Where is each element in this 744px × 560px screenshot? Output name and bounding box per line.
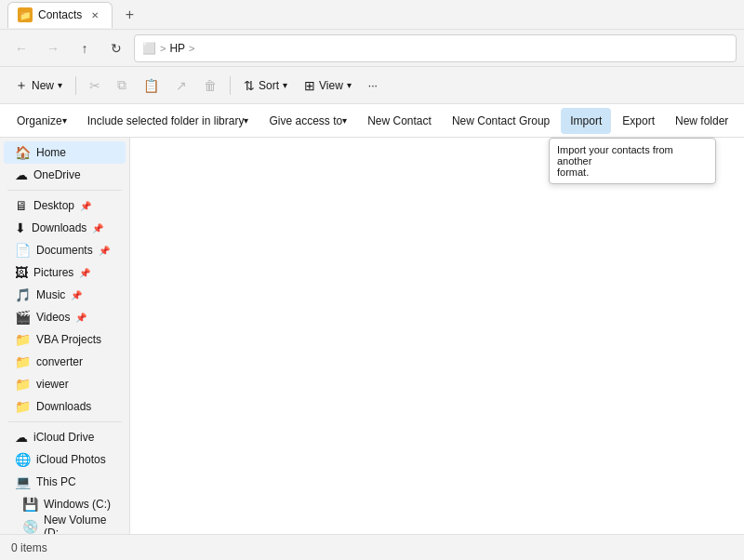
icloud-drive-icon: ☁ (15, 430, 28, 445)
give-access-button[interactable]: Give access to (259, 108, 356, 134)
up-button[interactable]: ↑ (71, 34, 99, 62)
delete-button[interactable]: 🗑 (196, 73, 224, 99)
sidebar-item-videos[interactable]: 🎬 Videos 📌 (4, 306, 126, 328)
export-label: Export (622, 114, 655, 127)
onedrive-icon: ☁ (15, 167, 28, 182)
toolbar: ＋ New ▾ ✂ ⧉ 📋 ↗ 🗑 ⇅ Sort ▾ ⊞ View ▾ ··· (0, 67, 744, 104)
paste-button[interactable]: 📋 (136, 73, 166, 99)
cut-icon: ✂ (89, 78, 100, 93)
organize-button[interactable]: Organize (7, 108, 76, 134)
paste-icon: 📋 (143, 78, 159, 93)
sidebar-item-new-volume-d[interactable]: 💿 New Volume (D: (4, 515, 126, 534)
new-contact-group-button[interactable]: New Contact Group (443, 108, 559, 134)
status-bar: 0 items (0, 534, 744, 560)
this-pc-icon: 💻 (15, 474, 31, 489)
new-folder-button[interactable]: New folder (666, 108, 737, 134)
sidebar-divider-2 (7, 421, 122, 422)
sidebar-item-icloud-photos[interactable]: 🌐 iCloud Photos (4, 448, 126, 471)
sidebar-item-pictures[interactable]: 🖼 Pictures 📌 (4, 261, 126, 284)
contacts-tab[interactable]: 📁 Contacts ✕ (7, 2, 113, 28)
address-sep-1: > (160, 43, 166, 54)
tab-title: Contacts (38, 8, 82, 21)
import-label: Import (570, 114, 602, 127)
sidebar-item-windows-c[interactable]: 💾 Windows (C:) (4, 493, 126, 515)
view-button[interactable]: ⊞ View ▾ (297, 73, 359, 99)
back-button[interactable]: ← (7, 34, 35, 62)
view-arrow: ▾ (347, 80, 352, 90)
new-tab-button[interactable]: + (116, 2, 142, 28)
sidebar-item-home[interactable]: 🏠 Home (4, 141, 126, 164)
import-tooltip: Import your contacts from another format… (549, 138, 716, 184)
pin-icon-music: 📌 (71, 290, 82, 300)
cut-button[interactable]: ✂ (82, 73, 108, 99)
sidebar-item-documents[interactable]: 📄 Documents 📌 (4, 239, 126, 261)
view-label: View (319, 79, 343, 92)
new-arrow: ▾ (58, 80, 62, 90)
desktop-icon: 🖥 (15, 198, 28, 213)
sidebar-home-label: Home (36, 146, 66, 159)
sort-button[interactable]: ⇅ Sort ▾ (236, 73, 295, 99)
tab-close-button[interactable]: ✕ (87, 7, 102, 22)
pictures-icon: 🖼 (15, 265, 28, 280)
sidebar-item-vba[interactable]: 📁 VBA Projects (4, 328, 126, 351)
tooltip-line1: Import your contacts from another (557, 144, 673, 167)
pin-icon-desktop: 📌 (80, 201, 91, 211)
sidebar-item-converter[interactable]: 📁 converter (4, 351, 126, 373)
downloads-icon: ⬇ (15, 220, 26, 235)
sidebar-onedrive-label: OneDrive (33, 168, 81, 181)
sidebar-icloud-drive-label: iCloud Drive (33, 431, 94, 444)
new-contact-button[interactable]: New Contact (358, 108, 441, 134)
organize-label: Organize (17, 114, 62, 127)
new-contact-label: New Contact (367, 114, 432, 127)
sidebar-item-downloads[interactable]: ⬇ Downloads 📌 (4, 217, 126, 239)
sidebar-item-icloud-drive[interactable]: ☁ iCloud Drive (4, 426, 126, 448)
icloud-photos-icon: 🌐 (15, 452, 31, 467)
export-button[interactable]: Export (613, 108, 664, 134)
sidebar-this-pc-label: This PC (36, 475, 76, 488)
view-icon: ⊞ (304, 78, 315, 93)
sidebar-pictures-label: Pictures (33, 266, 73, 279)
include-folder-label: Include selected folder in library (87, 114, 245, 127)
main-area: 🏠 Home ☁ OneDrive 🖥 Desktop 📌 ⬇ Download… (0, 138, 744, 534)
more-button[interactable]: ··· (361, 73, 385, 99)
sidebar-divider-1 (7, 190, 122, 191)
sidebar-documents-label: Documents (36, 244, 93, 257)
ribbon: Organize Include selected folder in libr… (0, 104, 744, 138)
sidebar-item-desktop[interactable]: 🖥 Desktop 📌 (4, 194, 126, 217)
sidebar-item-this-pc[interactable]: 💻 This PC (4, 471, 126, 493)
tooltip-line2: format. (557, 167, 589, 178)
refresh-button[interactable]: ↻ (102, 34, 130, 62)
home-icon: 🏠 (15, 145, 31, 160)
tab-folder-icon: 📁 (18, 7, 33, 22)
vba-icon: 📁 (15, 332, 31, 347)
sidebar-item-viewer[interactable]: 📁 viewer (4, 373, 126, 395)
viewer-icon: 📁 (15, 377, 31, 392)
import-button[interactable]: Import (561, 108, 611, 134)
items-count: 0 items (11, 541, 47, 554)
sidebar-music-label: Music (36, 288, 65, 301)
pin-icon-videos: 📌 (75, 313, 86, 323)
copy-button[interactable]: ⧉ (110, 73, 134, 99)
address-bar[interactable]: ⬜ > HP > (134, 34, 737, 62)
sidebar-item-music[interactable]: 🎵 Music 📌 (4, 284, 126, 306)
address-display-icon: ⬜ (142, 42, 156, 55)
sort-label: Sort (259, 79, 279, 92)
address-hp[interactable]: HP (169, 42, 185, 55)
sep-1 (75, 76, 76, 95)
pin-icon-downloads: 📌 (92, 223, 103, 233)
forward-button[interactable]: → (39, 34, 67, 62)
delete-icon: 🗑 (204, 78, 217, 93)
sidebar-downloads-label: Downloads (32, 221, 86, 234)
sidebar-item-downloads2[interactable]: 📁 Downloads (4, 395, 126, 418)
new-icon: ＋ (15, 77, 28, 94)
include-folder-button[interactable]: Include selected folder in library (78, 108, 259, 134)
sidebar-viewer-label: viewer (36, 378, 69, 391)
videos-icon: 🎬 (15, 310, 31, 325)
share-button[interactable]: ↗ (168, 73, 194, 99)
sidebar-converter-label: converter (36, 355, 83, 368)
new-label: New (32, 79, 54, 92)
sidebar-item-onedrive[interactable]: ☁ OneDrive (4, 164, 126, 186)
sidebar-downloads2-label: Downloads (36, 400, 91, 413)
documents-icon: 📄 (15, 243, 31, 258)
new-button[interactable]: ＋ New ▾ (7, 73, 70, 99)
